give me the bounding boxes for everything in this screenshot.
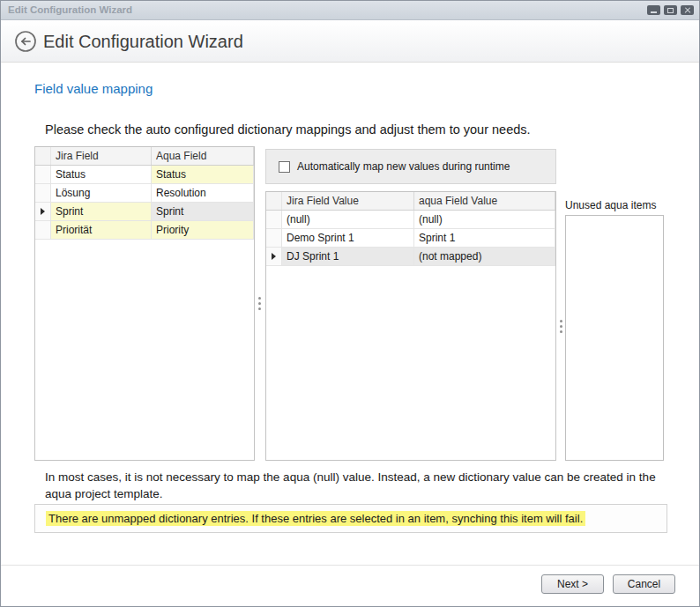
- warning-panel: There are unmapped dictionary entries. I…: [34, 504, 667, 533]
- window-title: Edit Configuration Wizard: [8, 1, 132, 19]
- auto-map-checkbox[interactable]: [279, 161, 290, 173]
- edit-configuration-wizard-window: Edit Configuration Wizard Edit Configura…: [0, 0, 700, 607]
- back-icon: [14, 30, 37, 53]
- column-header-jira-field-value[interactable]: Jira Field Value: [282, 192, 414, 210]
- cell-jira-field-value[interactable]: Demo Sprint 1: [282, 229, 414, 248]
- grip-dot: [560, 330, 562, 333]
- selected-row-arrow-icon: [272, 253, 276, 260]
- row-indicator-header: [266, 192, 282, 210]
- column-header-aqua-field-value[interactable]: aqua Field Value: [414, 192, 555, 210]
- row-indicator-cell[interactable]: [35, 221, 51, 240]
- wizard-header: Edit Configuration Wizard: [1, 20, 699, 63]
- warning-text: There are unmapped dictionary entries. I…: [46, 511, 585, 526]
- auto-map-label[interactable]: Automatically map new values during runt…: [297, 160, 510, 173]
- value-mapping-grid: Jira Field Value aqua Field Value (null)…: [265, 191, 556, 461]
- field-row-prioritaet[interactable]: Priorität Priority: [35, 221, 254, 240]
- cell-jira-field[interactable]: Lösung: [51, 184, 152, 203]
- column-header-jira-field[interactable]: Jira Field: [51, 147, 152, 165]
- page-title: Edit Configuration Wizard: [43, 29, 243, 54]
- maximize-button[interactable]: [664, 5, 677, 15]
- row-indicator-cell[interactable]: [35, 166, 51, 184]
- selected-row-arrow-icon: [41, 208, 45, 215]
- next-button[interactable]: Next >: [541, 574, 604, 594]
- field-mapping-grid: Jira Field Aqua Field Status Status Lösu…: [34, 146, 255, 461]
- value-row-demo-sprint[interactable]: Demo Sprint 1 Sprint 1: [266, 229, 555, 248]
- cell-aqua-field[interactable]: Priority: [152, 221, 254, 240]
- cell-aqua-field[interactable]: Status: [152, 166, 254, 184]
- value-grid-splitter[interactable]: [556, 191, 565, 461]
- cell-aqua-field-value[interactable]: (null): [414, 211, 555, 229]
- row-indicator-cell[interactable]: [266, 229, 282, 248]
- row-indicator-cell[interactable]: [266, 248, 282, 266]
- grip-dot: [560, 325, 562, 328]
- row-indicator-header: [35, 147, 51, 165]
- cell-jira-field-value[interactable]: (null): [282, 211, 414, 229]
- maximize-icon: [667, 8, 674, 13]
- cell-aqua-field[interactable]: Sprint: [152, 203, 254, 221]
- instruction-text: Please check the auto configured diction…: [45, 122, 531, 137]
- grip-dot: [258, 307, 261, 310]
- unused-items-label: Unused aqua items: [565, 199, 656, 211]
- field-grid-header: Jira Field Aqua Field: [35, 147, 254, 166]
- cell-aqua-field[interactable]: Resolution: [152, 184, 254, 203]
- null-mapping-note: In most cases, it is not necessary to ma…: [45, 469, 669, 502]
- titlebar: Edit Configuration Wizard: [1, 1, 699, 20]
- back-button[interactable]: [14, 30, 37, 53]
- runtime-option-panel: Automatically map new values during runt…: [265, 149, 556, 184]
- section-title: Field value mapping: [34, 81, 153, 96]
- cell-jira-field[interactable]: Priorität: [51, 221, 152, 240]
- row-indicator-cell[interactable]: [35, 184, 51, 203]
- grip-dot: [258, 302, 261, 305]
- field-row-loesung[interactable]: Lösung Resolution: [35, 184, 254, 203]
- row-indicator-cell[interactable]: [35, 203, 51, 221]
- field-grid-splitter[interactable]: [255, 146, 264, 461]
- value-row-dj-sprint[interactable]: DJ Sprint 1 (not mapped): [266, 248, 555, 266]
- grip-dot: [560, 320, 562, 322]
- minimize-button[interactable]: [647, 5, 660, 15]
- column-header-aqua-field[interactable]: Aqua Field: [152, 147, 254, 165]
- row-indicator-cell[interactable]: [266, 211, 282, 229]
- footer-separator: [1, 565, 699, 566]
- field-row-sprint[interactable]: Sprint Sprint: [35, 203, 254, 221]
- window-controls: [647, 5, 694, 15]
- minimize-icon: [651, 11, 657, 13]
- unused-items-listbox[interactable]: [565, 215, 664, 461]
- grip-icon: [258, 297, 261, 310]
- grip-icon: [560, 320, 562, 333]
- field-row-status[interactable]: Status Status: [35, 166, 254, 184]
- cancel-button[interactable]: Cancel: [613, 574, 675, 594]
- value-grid-header: Jira Field Value aqua Field Value: [266, 192, 555, 211]
- grip-dot: [258, 297, 261, 300]
- cell-jira-field[interactable]: Sprint: [51, 203, 152, 221]
- close-button[interactable]: [681, 5, 694, 15]
- cell-jira-field-value[interactable]: DJ Sprint 1: [282, 248, 414, 266]
- cell-aqua-field-value[interactable]: (not mapped): [414, 248, 555, 266]
- cell-aqua-field-value[interactable]: Sprint 1: [414, 229, 555, 248]
- close-icon: [684, 7, 691, 14]
- cell-jira-field[interactable]: Status: [51, 166, 152, 184]
- value-row-null[interactable]: (null) (null): [266, 211, 555, 229]
